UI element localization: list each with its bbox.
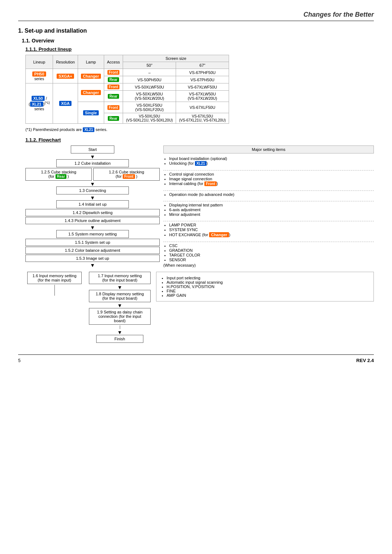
rp-item: Internal cabling (for Front) [169, 181, 374, 186]
rp-item: CSC [169, 243, 374, 248]
access-front1: Front [104, 69, 123, 76]
rp-note: (When necessary) [163, 263, 374, 267]
single-tag: Single [83, 110, 99, 115]
page-header: Changes for the Better [18, 11, 374, 21]
lamp-single: Single [78, 102, 104, 124]
flow-bottom-left: 1.6 Input memory setting(for the main in… [25, 272, 83, 296]
flowchart-bottom: 1.6 Input memory setting(for the main in… [25, 272, 374, 344]
rear-tag3: Rear [108, 116, 119, 121]
flowchart-section: Start ▼ 1.2 Cube installation 1.2.5 Cube… [25, 145, 374, 344]
box-143: 1.4.3 Picture outline adjustment [25, 217, 160, 224]
ph50-badge: PH50 [32, 71, 46, 77]
xl50-badge: XL50 [32, 96, 45, 101]
access-rear2: Rear [104, 91, 123, 102]
front-tag2: Front [107, 85, 120, 89]
table-row: PH50 series SXGA+ Changer Front – VS-67P… [26, 69, 229, 76]
sxga-badge: SXGA+ [57, 74, 74, 79]
cell-ph50-front-67: VS-67PHF50U [176, 69, 229, 76]
changer-tag-rp: Changer [209, 232, 229, 237]
arrow5: ▼ [25, 263, 160, 268]
box-142: 1.4.2 Dipswitch setting [25, 209, 160, 216]
cell-xl50-changer-rear-50: VS-50XLW50U (VS-50XLW20U) [123, 91, 176, 102]
box-151: 1.5.1 System set up [25, 239, 160, 246]
col-lamp: Lamp [78, 55, 104, 69]
changer-tag1: Changer [81, 74, 101, 79]
box-17: 1.7 Input memory setting(for the input b… [89, 272, 151, 284]
rp-section-4: Displaying internal test pattern 6-axis … [163, 203, 374, 217]
box-153: 1.5.3 Image set up [25, 255, 160, 262]
rp-bottom-item: Input port selecting [167, 276, 369, 280]
col-50: 50" [123, 62, 176, 69]
col-screensize: Screen size [123, 55, 229, 62]
rp-item: 6-axis adjustment [169, 208, 374, 212]
xga-badge: XGA [59, 101, 72, 106]
arrow2: ▼ [25, 181, 160, 186]
cell-xl50-single-rear-50: VS-50XL50U(VS-50XL21U, VS-50XL20U) [123, 113, 176, 124]
rp-item: Mirror adjustment [169, 212, 374, 217]
access-front3: Front [104, 102, 123, 113]
box-12: 1.2 Cube installation [56, 159, 129, 167]
access-rear1: Rear [104, 76, 123, 83]
cell-xl50-single-front-50: VS-50XLF50U (VS-50XLF20U) [123, 102, 176, 113]
cell-ph50-rear-67: VS-67PH50U [176, 76, 229, 83]
arrow6: ▼ [87, 285, 152, 290]
cell-xl50-single-rear-67: VS-67XL50U(VS-67XL21U, VS-67XL20U) [176, 113, 229, 124]
rp-item: GRADATION [169, 248, 374, 253]
rp-item: LAMP POWER [169, 223, 374, 227]
xl50-series: series [34, 107, 44, 111]
rp-item: HOT EXCHANGE (for Changer) [169, 232, 374, 237]
subsection-title: 1.1. Overview [22, 38, 374, 44]
arrow3: ▼ [25, 195, 160, 200]
access-front2: Front [104, 83, 123, 91]
divider2 [163, 190, 374, 191]
rp-item: Control signal connection [169, 172, 374, 176]
rp-item: Displaying internal test pattern [169, 203, 374, 207]
page-number: 5 [18, 358, 21, 363]
flow-bottom-mid: 1.7 Input memory setting(for the input b… [87, 272, 152, 344]
rp-bottom-item: H.POSITION, V.POSITION [167, 284, 369, 289]
box-152: 1.5.2 Color balance adjustment [25, 247, 160, 254]
ph50-series: series [34, 77, 44, 81]
rp-item: Input board installation (optional) [169, 156, 374, 161]
box-13: 1.3 Connecting [56, 186, 129, 194]
col-lineup: Lineup [26, 55, 53, 69]
cell-ph50-front-50: – [123, 69, 176, 76]
xl21-footnote-badge: XL21 [83, 127, 94, 132]
rp-section-5: LAMP POWER SYSTEM SYNC HOT EXCHANGE (for… [163, 223, 374, 237]
footnote: (*1) Parenthesized products are XL21 ser… [25, 127, 374, 132]
arrow1: ▼ [25, 154, 160, 159]
resolution-sxga: SXGA+ [53, 69, 78, 83]
cell-ph50-rear-50: VS-50PH50U [123, 76, 176, 83]
rp-bottom-item: FINE [167, 289, 369, 293]
footnote-text: (*1) Parenthesized products are [25, 127, 83, 132]
xl21-tag-rp: XL21 [195, 161, 207, 166]
rp-item: Unlocking (for XL21) [169, 161, 374, 166]
divider1 [163, 170, 374, 171]
flow-bottom-right-panel: Input port selecting Automatic input sig… [156, 272, 374, 301]
col-resolution: Resolution [53, 55, 78, 69]
subsubsection-title-lineup: 1.1.1. Product lineup [25, 46, 374, 52]
flowchart-right-panel: Major setting items Input board installa… [163, 145, 374, 272]
front-tag-flow: Front [123, 174, 135, 179]
cell-xl50-single-front-67: VS-67XLF50U [176, 102, 229, 113]
subsubsection-title-flowchart: 1.1.2. Flowchart [25, 137, 374, 143]
section-title: 1. Set-up and installation [18, 28, 374, 34]
xl21-badge: XL21 [30, 102, 43, 107]
box-15: 1.5 System memory setting [56, 230, 129, 238]
resolution-xga: XGA [53, 83, 78, 124]
flowchart-left: Start ▼ 1.2 Cube installation 1.2.5 Cube… [25, 145, 160, 268]
rp-item: Operation mode (to advanced mode) [169, 192, 374, 197]
col-access: Access [104, 55, 123, 69]
divider3 [163, 201, 374, 201]
lamp-changer1: Changer [78, 69, 104, 83]
col-67: 67" [176, 62, 229, 69]
rev-label: REV 2.4 [356, 358, 374, 363]
rear-tag-flow: Rear [56, 174, 66, 179]
rp-item: SYSTEM SYNC [169, 227, 374, 232]
cell-xl50-changer-rear-67: VS-67XLW50U (VS-67XLW20U) [176, 91, 229, 102]
product-lineup-table: Lineup Resolution Lamp Access Screen siz… [25, 55, 229, 124]
brand-tagline: Changes for the Better [303, 11, 374, 18]
lineup-xl50: XL50 / (XL21)(*1) series [26, 83, 53, 124]
rp-section-1: Input board installation (optional) Unlo… [163, 156, 374, 166]
arrow4: ▼ [25, 225, 160, 230]
